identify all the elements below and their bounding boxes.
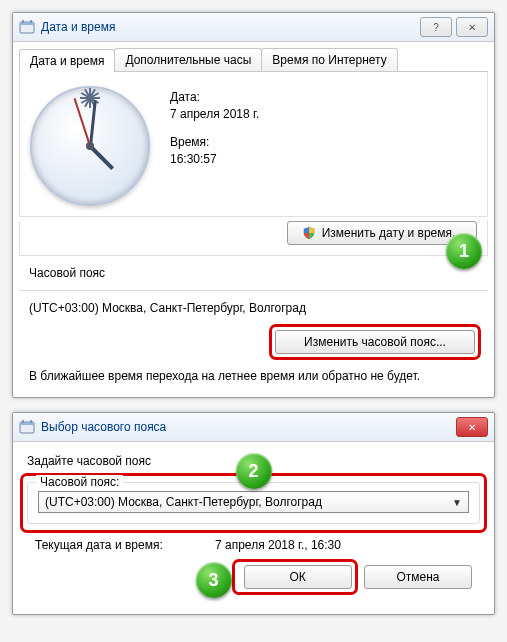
highlight-ok: ОК	[235, 562, 355, 592]
change-datetime-row: Изменить дату и время...	[19, 221, 488, 256]
chevron-down-icon: ▼	[452, 497, 462, 508]
date-label: Дата:	[170, 90, 259, 104]
timezone-value: (UTC+03:00) Москва, Санкт-Петербург, Вол…	[29, 301, 478, 315]
calendar-icon	[19, 19, 35, 35]
dialog-buttons: ОК Отмена	[35, 562, 472, 592]
date-time-panel: Дата: 7 апреля 2018 г. Время: 16:30:57	[19, 72, 488, 217]
step-badge-1: 1	[446, 233, 482, 269]
timezone-section-label: Часовой пояс	[29, 266, 478, 280]
current-datetime-label: Текущая дата и время:	[35, 538, 185, 552]
current-datetime-value: 7 апреля 2018 г., 16:30	[215, 538, 341, 552]
titlebar[interactable]: Дата и время ? ✕	[13, 13, 494, 42]
step-badge-3: 3	[196, 562, 232, 598]
divider	[19, 290, 488, 291]
date-value: 7 апреля 2018 г.	[170, 107, 259, 121]
calendar-icon	[19, 419, 35, 435]
help-button[interactable]: ?	[420, 17, 452, 37]
tab-date-time[interactable]: Дата и время	[19, 49, 115, 72]
date-time-window: Дата и время ? ✕ Дата и время Дополнител…	[12, 12, 495, 398]
close-button[interactable]: ✕	[456, 17, 488, 37]
titlebar[interactable]: Выбор часового пояса ✕	[13, 413, 494, 442]
timezone-combo[interactable]: (UTC+03:00) Москва, Санкт-Петербург, Вол…	[38, 491, 469, 513]
step-badge-2: 2	[236, 453, 272, 489]
cancel-button[interactable]: Отмена	[364, 565, 472, 589]
highlight-change-timezone: Изменить часовой пояс...	[272, 327, 478, 357]
timezone-dialog: Выбор часового пояса ✕ Задайте часовой п…	[12, 412, 495, 615]
combo-value: (UTC+03:00) Москва, Санкт-Петербург, Вол…	[45, 495, 322, 509]
window-title: Выбор часового пояса	[41, 420, 452, 434]
current-datetime-row: Текущая дата и время: 7 апреля 2018 г., …	[35, 538, 472, 552]
group-label: Часовой пояс:	[36, 475, 123, 489]
close-button[interactable]: ✕	[456, 417, 488, 437]
tab-strip: Дата и время Дополнительные часы Время п…	[19, 48, 488, 72]
tab-internet-time[interactable]: Время по Интернету	[261, 48, 397, 71]
tab-additional-clocks[interactable]: Дополнительные часы	[114, 48, 262, 71]
shield-icon	[302, 226, 316, 240]
time-value: 16:30:57	[170, 152, 259, 166]
time-label: Время:	[170, 135, 259, 149]
cancel-label: Отмена	[396, 570, 439, 584]
ok-button[interactable]: ОК	[244, 565, 352, 589]
change-date-time-label: Изменить дату и время...	[322, 226, 462, 240]
dst-note: В ближайшее время перехода на летнее вре…	[29, 369, 478, 383]
change-timezone-label: Изменить часовой пояс...	[304, 335, 446, 349]
window-title: Дата и время	[41, 20, 416, 34]
svg-rect-5	[20, 422, 34, 425]
change-timezone-button[interactable]: Изменить часовой пояс...	[275, 330, 475, 354]
svg-rect-1	[20, 22, 34, 25]
ok-label: ОК	[289, 570, 305, 584]
date-time-readout: Дата: 7 апреля 2018 г. Время: 16:30:57	[170, 86, 259, 206]
analog-clock	[30, 86, 150, 206]
